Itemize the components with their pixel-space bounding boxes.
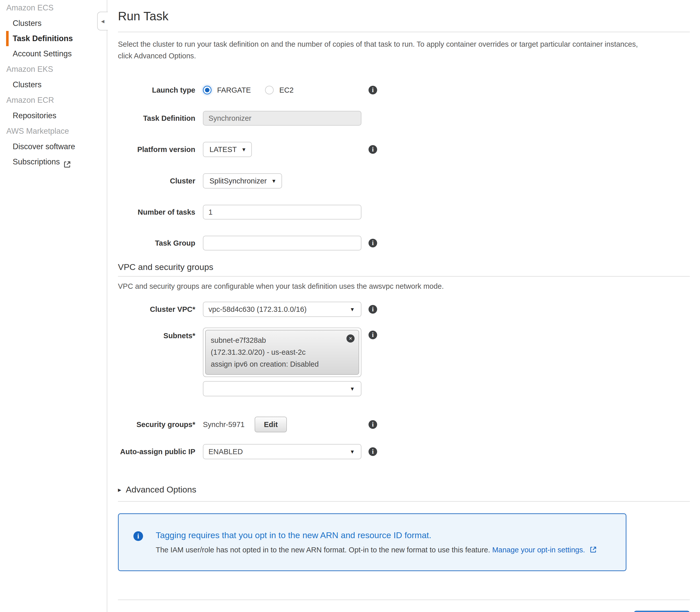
auto-assign-ip-info-icon[interactable]: i	[369, 447, 377, 456]
task-group-label: Task Group	[118, 238, 195, 248]
page-title: Run Task	[118, 9, 690, 23]
security-groups-info-icon[interactable]: i	[369, 420, 377, 429]
launch-type-options: FARGATE EC2	[203, 86, 361, 94]
cluster-dropdown[interactable]: SplitSynchronizer ▾	[203, 173, 282, 189]
chevron-down-icon: ▾	[351, 449, 354, 455]
subnets-info-icon[interactable]: i	[369, 331, 377, 339]
cluster-label: Cluster	[118, 176, 195, 185]
run-task-page: Amazon ECS Clusters Task Definitions Acc…	[0, 0, 700, 612]
number-of-tasks-input[interactable]	[203, 205, 361, 220]
sidebar-item-subscriptions[interactable]: Subscriptions	[0, 154, 107, 169]
cluster-row: Cluster SplitSynchronizer ▾	[118, 173, 690, 189]
fargate-radio-label[interactable]: FARGATE	[217, 86, 251, 94]
footer-actions: Cancel Run Task	[118, 611, 690, 612]
task-group-info-icon[interactable]: i	[369, 239, 377, 247]
subnets-label: Subnets*	[118, 328, 195, 340]
subnets-selected-list: subnet-e7f328ab (172.31.32.0/20) - us-ea…	[203, 328, 361, 377]
sidebar-collapse-button[interactable]: ◂	[97, 12, 108, 30]
chevron-down-icon: ▾	[242, 147, 245, 153]
vpc-section-description: VPC and security groups are configurable…	[118, 282, 690, 291]
cluster-vpc-label: Cluster VPC*	[118, 305, 195, 314]
subnets-row: Subnets* subnet-e7f328ab (172.31.32.0/20…	[118, 328, 690, 396]
info-icon: i	[133, 531, 143, 541]
auto-assign-ip-row: Auto-assign public IP ENABLED ▾ i	[118, 444, 690, 459]
vpc-section-divider	[118, 276, 690, 277]
task-definition-row: Task Definition	[118, 111, 690, 126]
ec2-radio[interactable]	[265, 86, 274, 94]
task-group-row: Task Group i	[118, 236, 690, 250]
cluster-vpc-info-icon[interactable]: i	[369, 305, 377, 314]
auto-assign-ip-label: Auto-assign public IP	[118, 444, 195, 456]
sidebar-header-aws-marketplace: AWS Marketplace	[0, 123, 107, 139]
vpc-section-title: VPC and security groups	[118, 262, 690, 272]
page-description: Select the cluster to run your task defi…	[118, 38, 647, 62]
chevron-down-icon: ▾	[351, 306, 354, 312]
subnets-select[interactable]: ▾	[203, 381, 361, 396]
run-task-button[interactable]: Run Task	[634, 611, 690, 612]
edit-security-groups-button[interactable]: Edit	[255, 417, 287, 432]
task-group-input[interactable]	[203, 236, 361, 250]
security-group-value: Synchr-5971	[203, 420, 244, 429]
sidebar-item-account-settings[interactable]: Account Settings	[0, 46, 107, 61]
subnet-chip: subnet-e7f328ab (172.31.32.0/20) - us-ea…	[205, 330, 359, 375]
fargate-radio[interactable]	[203, 86, 212, 94]
platform-version-info-icon[interactable]: i	[369, 145, 377, 154]
auto-assign-ip-select[interactable]: ENABLED ▾	[203, 444, 361, 459]
expand-right-icon: ▸	[118, 486, 121, 493]
launch-type-row: Launch type FARGATE EC2 i	[118, 85, 690, 95]
fargate-radio-dot	[205, 88, 210, 92]
sidebar-header-amazon-ecr: Amazon ECR	[0, 92, 107, 108]
sidebar-item-discover-software[interactable]: Discover software	[0, 139, 107, 154]
number-of-tasks-label: Number of tasks	[118, 208, 195, 217]
security-groups-label: Security groups*	[118, 420, 195, 429]
number-of-tasks-row: Number of tasks	[118, 205, 690, 220]
ec2-radio-label[interactable]: EC2	[279, 86, 294, 94]
main-content: Run Task Select the cluster to run your …	[107, 0, 700, 612]
sidebar-item-ecs-clusters[interactable]: Clusters	[0, 16, 107, 31]
advanced-options-toggle[interactable]: ▸ Advanced Options	[118, 485, 690, 495]
sidebar-header-amazon-eks: Amazon EKS	[0, 61, 107, 77]
footer-divider	[118, 600, 690, 600]
manage-optin-settings-link[interactable]: Manage your opt-in settings.	[492, 546, 585, 554]
platform-version-dropdown[interactable]: LATEST ▾	[203, 142, 252, 157]
advanced-options-label: Advanced Options	[126, 485, 196, 495]
task-definition-label: Task Definition	[118, 114, 195, 123]
chevron-down-icon: ▾	[351, 386, 354, 392]
chevron-down-icon: ▾	[272, 178, 275, 184]
title-divider	[118, 32, 690, 32]
launch-type-info-icon[interactable]: i	[369, 86, 377, 94]
external-link-icon	[63, 158, 71, 166]
platform-version-row: Platform version LATEST ▾ i	[118, 142, 690, 157]
security-groups-row: Security groups* Synchr-5971 Edit i	[118, 417, 690, 432]
sidebar-item-task-definitions[interactable]: Task Definitions	[6, 31, 107, 46]
sidebar-item-repositories[interactable]: Repositories	[0, 108, 107, 123]
sidebar: Amazon ECS Clusters Task Definitions Acc…	[0, 0, 107, 612]
arn-optin-alert: i Tagging requires that you opt in to th…	[118, 513, 626, 571]
alert-text: The IAM user/role has not opted in to th…	[156, 546, 597, 554]
cluster-vpc-row: Cluster VPC* vpc-58d4c630 (172.31.0.0/16…	[118, 302, 690, 317]
alert-title: Tagging requires that you opt in to the …	[156, 530, 597, 540]
launch-type-label: Launch type	[118, 85, 195, 95]
sidebar-item-eks-clusters[interactable]: Clusters	[0, 77, 107, 92]
remove-subnet-icon[interactable]: ✕	[346, 334, 355, 343]
task-definition-input	[203, 111, 361, 126]
sidebar-header-amazon-ecs: Amazon ECS	[0, 0, 107, 16]
collapse-left-icon: ◂	[101, 17, 104, 25]
advanced-options-divider	[118, 501, 690, 502]
cluster-vpc-select[interactable]: vpc-58d4c630 (172.31.0.0/16) ▾	[203, 302, 361, 317]
external-link-icon	[590, 546, 597, 553]
platform-version-label: Platform version	[118, 145, 195, 154]
